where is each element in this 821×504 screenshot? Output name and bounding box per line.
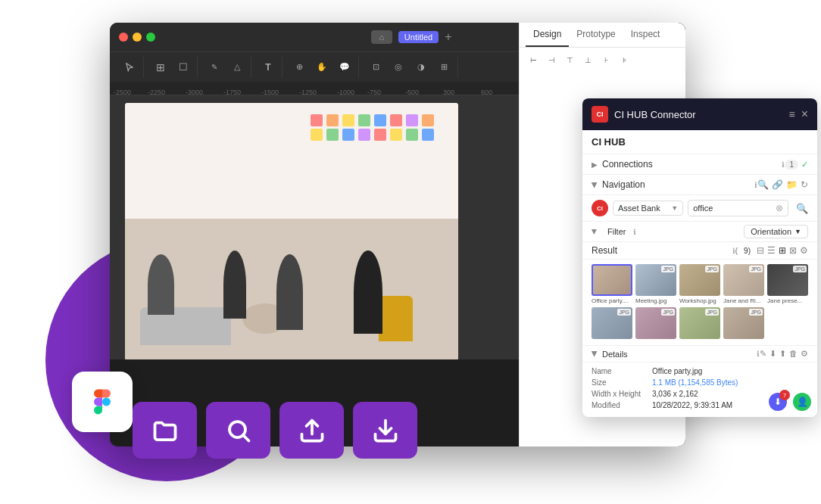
action-buttons-row [133, 402, 417, 459]
navigation-icons: 🔍 🔗 📁 ↻ [757, 179, 808, 190]
view-split-icon[interactable]: ⊟ [757, 245, 764, 256]
yellow-chair [379, 296, 413, 341]
thumb-badge: JPG [617, 309, 631, 316]
sticky-note [358, 114, 370, 126]
notification-badge[interactable]: ⬇ 7 [769, 393, 787, 411]
asset-bank-dropdown-icon[interactable]: ▼ [671, 204, 678, 212]
upload-button[interactable] [279, 402, 344, 459]
nav-refresh-icon[interactable]: ↻ [801, 179, 808, 190]
align-center-h[interactable]: ⊣ [544, 52, 559, 67]
maximize-traffic-light[interactable] [146, 33, 155, 42]
tool-group-pen: ✎ △ [201, 57, 251, 78]
pen-tool[interactable]: ✎ [204, 57, 225, 78]
view-large-icon[interactable]: ⊠ [789, 245, 797, 256]
thumbnail-item[interactable]: Office party.... [592, 264, 632, 304]
details-settings-icon[interactable]: ⚙ [801, 349, 808, 359]
contrast-tool[interactable]: ◑ [410, 57, 432, 78]
search-button[interactable] [206, 402, 270, 459]
cihub-search-input[interactable]: office ⊗ [688, 200, 788, 216]
view-settings-icon[interactable]: ⚙ [800, 245, 808, 256]
current-tab[interactable]: Untitled [398, 31, 439, 43]
asset-bank-selector[interactable]: Asset Bank ▼ [613, 201, 683, 216]
new-tab-button[interactable]: + [445, 30, 451, 44]
thumbnail-item[interactable]: JPG [723, 307, 764, 341]
connections-row[interactable]: ▶ Connections ℹ 1 ✓ [582, 154, 817, 175]
view-grid-icon[interactable]: ⊞ [779, 245, 786, 256]
view-list-icon[interactable]: ☰ [767, 245, 776, 256]
orientation-dropdown-icon: ▼ [794, 228, 801, 235]
cihub-search-button[interactable]: 🔍 [796, 203, 808, 214]
align-top[interactable]: ⊥ [580, 52, 595, 67]
svg-point-0 [229, 422, 245, 437]
tool-group-text: T [254, 57, 283, 78]
sticky-note [342, 114, 354, 126]
details-trash-icon[interactable]: 🗑 [789, 349, 798, 359]
figma-menu-icon[interactable]: ⌂ [371, 30, 392, 44]
thumb-badge: JPG [705, 309, 719, 316]
details-edit-icon[interactable]: ✎ [760, 349, 766, 359]
tool-group-component: ⊕ ✋ 💬 [286, 57, 359, 78]
thumbnail-item[interactable]: JPGWorkshop.jpg [679, 264, 720, 304]
text-tool[interactable]: T [258, 57, 279, 78]
nav-link-icon[interactable]: 🔗 [772, 179, 783, 190]
thumbnail-item[interactable]: JPG [635, 307, 676, 341]
detail-modified-val: 10/28/2022, 9:39:31 AM [652, 401, 732, 409]
align-left[interactable]: ⊢ [526, 52, 541, 67]
tab-prototype[interactable]: Prototype [569, 23, 623, 47]
result-view-icons: ⊟ ☰ ⊞ ⊠ ⚙ [757, 245, 808, 256]
align-center-v[interactable]: ⊦ [598, 52, 613, 67]
details-download-icon[interactable]: ⬇ [769, 349, 776, 359]
thumb-label: Meeting.jpg [635, 297, 676, 304]
hand-tool[interactable]: ✋ [311, 57, 332, 78]
asset-bank-icon: CI [592, 200, 608, 216]
mask-tool[interactable]: ◎ [388, 57, 409, 78]
filter-label: Filter [607, 227, 626, 236]
folder-button[interactable] [133, 402, 197, 459]
search-clear-button[interactable]: ⊗ [776, 203, 783, 213]
cihub-close-button[interactable]: × [801, 107, 808, 121]
component-tool[interactable]: ⊕ [289, 57, 310, 78]
notification-count: 7 [779, 390, 790, 400]
tab-design[interactable]: Design [526, 23, 569, 47]
sticky-note [374, 114, 386, 126]
move-tool[interactable] [119, 57, 140, 78]
thumbnail-item[interactable]: JPG [679, 307, 720, 341]
nav-search-icon[interactable]: 🔍 [757, 179, 769, 190]
shape-tool[interactable]: △ [226, 57, 248, 78]
frame-tool[interactable]: ☐ [173, 57, 194, 78]
details-arrow: ▶ [591, 351, 599, 357]
thumb-label: Office party.... [592, 297, 632, 304]
orientation-filter[interactable]: Orientation ▼ [744, 225, 808, 238]
person-2 [223, 250, 246, 319]
person-4 [354, 250, 382, 334]
result-count: ( [735, 247, 738, 255]
cihub-menu-button[interactable]: ≡ [788, 108, 794, 120]
thumbnail-item[interactable]: JPGJane prese... [767, 264, 808, 304]
navigation-row[interactable]: ▶ Navigation ℹ 🔍 🔗 📁 ↻ [582, 175, 817, 195]
minimize-traffic-light[interactable] [133, 33, 142, 42]
download-button[interactable] [353, 402, 417, 459]
tab-inspect[interactable]: Inspect [623, 23, 668, 47]
thumbnail-item[interactable]: JPG [592, 307, 632, 341]
thumb-badge: JPG [705, 266, 719, 272]
sticky-note [326, 114, 339, 126]
thumbnail-item[interactable]: JPGMeeting.jpg [635, 264, 676, 304]
align-bottom[interactable]: ⊧ [617, 52, 632, 67]
transform-tool[interactable]: ⊡ [365, 57, 386, 78]
details-upload-icon[interactable]: ⬆ [779, 349, 786, 359]
sticky-note [406, 114, 418, 126]
comment-tool[interactable]: 💬 [334, 57, 355, 78]
nav-folder-icon[interactable]: 📁 [786, 179, 798, 190]
select-tool[interactable]: ⊞ [150, 57, 171, 78]
crop-tool[interactable]: ⊞ [433, 57, 454, 78]
thumbnail-item[interactable]: JPGJane and Ri... [723, 264, 764, 304]
thumb-badge: JPG [661, 266, 675, 272]
close-traffic-light[interactable] [119, 33, 128, 42]
person-1 [148, 254, 174, 315]
cihub-brand-text: CI HUB [592, 136, 808, 148]
thumb-badge: JPG [749, 266, 763, 272]
sticky-note [311, 129, 323, 141]
align-right[interactable]: ⊤ [562, 52, 577, 67]
search-value: office [693, 204, 776, 213]
details-header: ▶ Details ℹ ✎ ⬇ ⬆ 🗑 ⚙ [582, 346, 817, 362]
